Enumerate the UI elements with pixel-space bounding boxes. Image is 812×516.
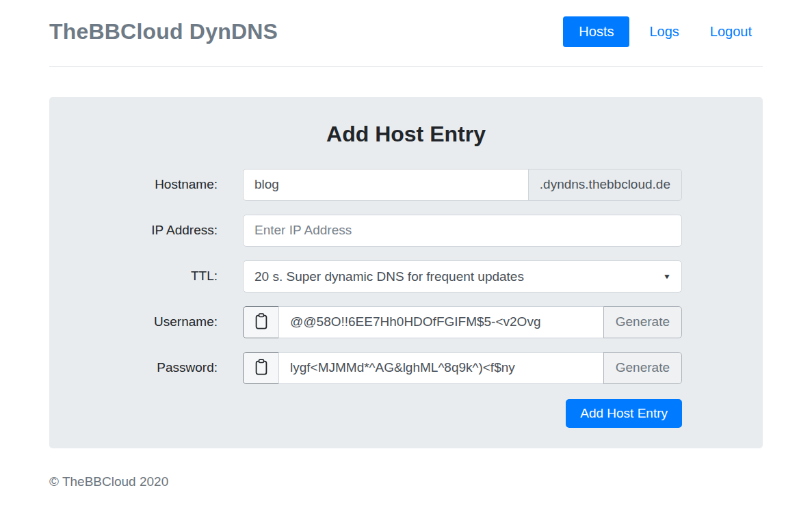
username-input-group: Generate [243,306,682,338]
submit-row: Add Host Entry [49,399,682,428]
copy-password-button[interactable] [243,352,279,384]
nav-item-hosts[interactable]: Hosts [563,16,629,47]
password-input-group: Generate [243,352,682,384]
form-title: Add Host Entry [49,122,763,147]
username-control: Generate [243,306,682,338]
ttl-select-wrap: 20 s. Super dynamic DNS for frequent upd… [243,260,682,293]
hostname-domain-suffix: .dyndns.thebbcloud.de [528,169,682,201]
add-host-entry-button[interactable]: Add Host Entry [566,399,682,428]
password-label: Password: [49,360,243,375]
copy-username-button[interactable] [243,306,279,338]
generate-password-button[interactable]: Generate [603,352,682,384]
hostname-label: Hostname: [49,177,243,192]
ip-address-control [243,215,682,247]
nav-item-logs[interactable]: Logs [638,16,690,47]
ttl-control: 20 s. Super dynamic DNS for frequent upd… [243,260,682,293]
ttl-select[interactable]: 20 s. Super dynamic DNS for frequent upd… [243,260,682,293]
nav-item-logout[interactable]: Logout [699,16,763,47]
header-divider [49,66,763,67]
hostname-input[interactable] [243,169,529,201]
clipboard-icon [255,313,267,331]
ip-address-input[interactable] [243,215,682,247]
copyright: © TheBBCloud 2020 [49,474,168,489]
header: TheBBCloud DynDNS Hosts Logs Logout [49,16,763,47]
hostname-row: Hostname: .dyndns.thebbcloud.de [49,169,763,201]
clipboard-icon [255,359,267,377]
hostname-input-group: .dyndns.thebbcloud.de [243,169,682,201]
password-input[interactable] [278,352,604,384]
username-input[interactable] [278,306,604,338]
generate-username-button[interactable]: Generate [603,306,682,338]
ip-address-row: IP Address: [49,215,763,247]
hostname-control: .dyndns.thebbcloud.de [243,169,682,201]
page-title: TheBBCloud DynDNS [49,19,278,44]
password-control: Generate [243,352,682,384]
username-row: Username: Generate [49,306,763,338]
page-footer: © TheBBCloud 2020 [49,474,763,489]
username-label: Username: [49,314,243,329]
page-container: TheBBCloud DynDNS Hosts Logs Logout Add … [49,16,763,489]
ip-address-label: IP Address: [49,223,243,238]
main-nav: Hosts Logs Logout [563,16,763,47]
ttl-label: TTL: [49,269,243,284]
ttl-row: TTL: 20 s. Super dynamic DNS for frequen… [49,260,763,293]
password-row: Password: Generate [49,352,763,384]
add-host-card: Add Host Entry Hostname: .dyndns.thebbcl… [49,97,763,448]
